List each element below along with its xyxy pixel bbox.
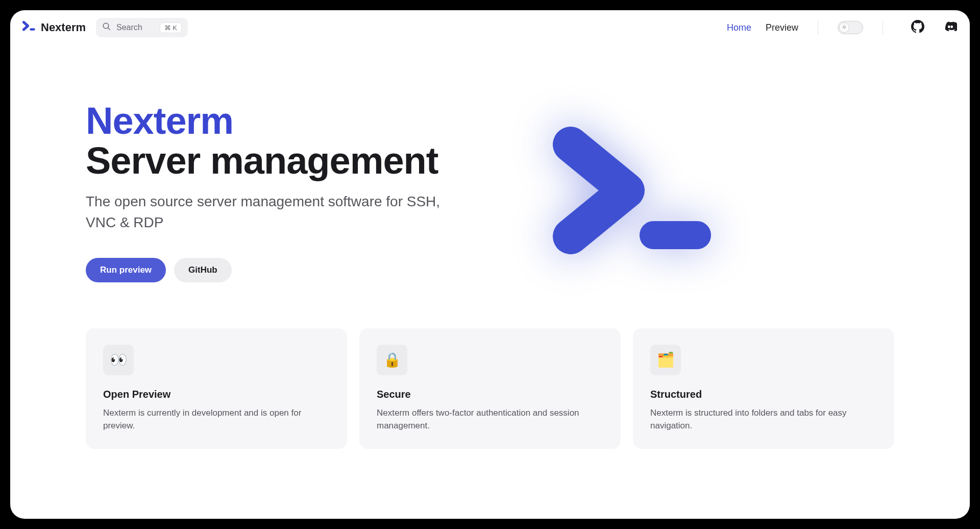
eyes-icon: 👀 <box>103 345 134 375</box>
feature-card-structured: 🗂️ Structured Nexterm is structured into… <box>633 328 894 449</box>
feature-desc: Nexterm is currently in development and … <box>103 406 330 432</box>
search-kbd: ⌘ K <box>160 22 182 33</box>
feature-desc: Nexterm is structured into folders and t… <box>650 406 877 432</box>
github-icon <box>911 20 924 35</box>
nav-preview[interactable]: Preview <box>766 22 798 33</box>
svg-rect-0 <box>30 28 35 31</box>
feature-desc: Nexterm offers two-factor authentication… <box>377 406 603 432</box>
svg-line-11 <box>846 26 846 26</box>
divider <box>818 20 818 35</box>
theme-knob <box>839 22 849 33</box>
github-link[interactable] <box>911 20 925 35</box>
feature-title: Secure <box>377 389 603 400</box>
discord-icon <box>944 20 957 35</box>
search-placeholder: Search <box>116 23 155 32</box>
svg-line-9 <box>846 29 846 29</box>
app-window: Nexterm Search ⌘ K Home Preview <box>10 10 970 519</box>
hero-title-accent: Nexterm <box>86 101 494 141</box>
brand[interactable]: Nexterm <box>22 21 86 34</box>
nav-home[interactable]: Home <box>727 22 751 33</box>
features: 👀 Open Preview Nexterm is currently in d… <box>86 328 894 449</box>
terminal-icon <box>22 21 36 34</box>
github-button[interactable]: GitHub <box>174 258 232 282</box>
hero-logo <box>535 115 719 268</box>
svg-point-3 <box>843 26 845 28</box>
main-content: Nexterm Server management The open sourc… <box>10 45 970 519</box>
hero-title: Server management <box>86 141 494 181</box>
hero: Nexterm Server management The open sourc… <box>86 45 894 282</box>
svg-line-10 <box>843 29 843 29</box>
feature-title: Open Preview <box>103 389 330 400</box>
feature-title: Structured <box>650 389 877 400</box>
topbar: Nexterm Search ⌘ K Home Preview <box>10 10 970 45</box>
hero-buttons: Run preview GitHub <box>86 258 494 282</box>
nav: Home Preview <box>727 22 798 33</box>
terminal-large-icon <box>540 124 714 259</box>
theme-toggle[interactable] <box>838 21 863 34</box>
run-preview-button[interactable]: Run preview <box>86 258 166 282</box>
search-button[interactable]: Search ⌘ K <box>96 18 188 37</box>
svg-point-1 <box>103 23 109 29</box>
hero-subtitle: The open source server management softwa… <box>86 191 474 233</box>
brand-name: Nexterm <box>41 21 86 34</box>
divider <box>883 20 883 35</box>
feature-card-secure: 🔒 Secure Nexterm offers two-factor authe… <box>359 328 621 449</box>
search-icon <box>102 22 111 33</box>
discord-link[interactable] <box>943 20 958 35</box>
sun-icon <box>841 23 847 32</box>
lock-icon: 🔒 <box>377 345 407 375</box>
hero-text: Nexterm Server management The open sourc… <box>86 101 494 282</box>
svg-line-2 <box>108 28 110 30</box>
folder-icon: 🗂️ <box>650 345 681 375</box>
feature-card-open-preview: 👀 Open Preview Nexterm is currently in d… <box>86 328 347 449</box>
svg-line-8 <box>843 26 843 26</box>
svg-rect-12 <box>640 221 711 249</box>
